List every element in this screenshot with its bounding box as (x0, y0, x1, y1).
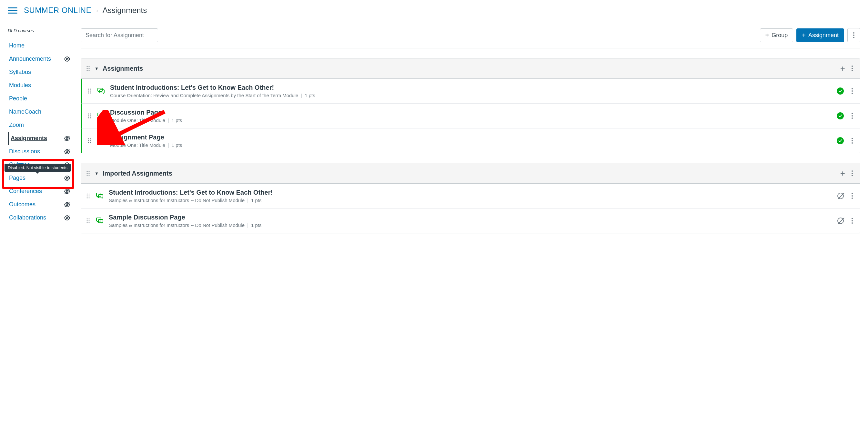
sidebar-item-link[interactable]: Assignments (11, 135, 47, 142)
sidebar-item-people[interactable]: People (8, 92, 78, 105)
item-meta: Module One: Title Module|1 pts (110, 142, 832, 148)
assignment-item[interactable]: Student Introductions: Let's Get to Know… (81, 79, 860, 103)
tooltip-disabled: Disabled. Not visible to students (4, 164, 71, 172)
sidebar-heading: DLD courses (8, 28, 78, 33)
publish-toggle[interactable] (837, 112, 844, 119)
item-module: Samples & Instructions for Instructors -… (109, 222, 245, 228)
publish-toggle[interactable] (837, 137, 844, 144)
hidden-icon (64, 56, 70, 62)
sidebar-item-link[interactable]: Collaborations (9, 214, 46, 221)
sidebar-item-modules[interactable]: Modules (8, 79, 78, 92)
assignment-item[interactable]: Discussion PageModule One: Title Module|… (81, 103, 860, 128)
drag-handle-icon[interactable] (86, 170, 91, 177)
toolbar-options-button[interactable] (847, 28, 860, 42)
item-meta: Samples & Instructions for Instructors -… (109, 197, 832, 203)
item-body: Student Introductions: Let's Get to Know… (110, 84, 832, 98)
item-options-button[interactable] (849, 86, 856, 96)
item-options-button[interactable] (849, 191, 856, 201)
item-options-button[interactable] (849, 216, 856, 225)
drag-handle-icon[interactable] (87, 113, 92, 119)
discussion-icon (96, 217, 103, 225)
group-title: Assignments (103, 65, 143, 72)
sidebar-item-discussions[interactable]: Discussions (8, 145, 78, 158)
search-input[interactable] (81, 28, 158, 42)
item-meta: Module One: Title Module|1 pts (110, 118, 832, 123)
drag-handle-icon[interactable] (87, 137, 92, 144)
item-module: Module One: Title Module (110, 118, 165, 123)
assignment-group: ▼Imported Assignments+Student Introducti… (81, 163, 860, 233)
drag-handle-icon[interactable] (87, 88, 92, 94)
hidden-icon (64, 135, 70, 142)
group-header[interactable]: ▼Imported Assignments+ (81, 163, 860, 184)
sidebar-item-zoom[interactable]: Zoom (8, 119, 78, 132)
sidebar-item-link[interactable]: Discussions (9, 148, 40, 155)
sidebar-item-pages[interactable]: Pages (8, 172, 78, 185)
item-points: 1 pts (305, 93, 315, 98)
add-group-button[interactable]: + Group (760, 28, 794, 42)
publish-toggle[interactable] (837, 218, 844, 224)
published-icon[interactable] (837, 112, 844, 119)
item-title[interactable]: Student Introductions: Let's Get to Know… (110, 84, 832, 91)
item-meta: Course Orientation: Review and Complete … (110, 93, 832, 98)
item-points: 1 pts (251, 222, 262, 228)
sidebar-item-link[interactable]: Conferences (9, 188, 42, 195)
group-header[interactable]: ▼Assignments+ (81, 58, 860, 79)
unpublished-icon[interactable] (837, 193, 844, 199)
assignment-item[interactable]: Student Introductions: Let's Get to Know… (81, 184, 860, 209)
caret-down-icon[interactable]: ▼ (95, 171, 99, 176)
item-title[interactable]: Assignment Page (110, 134, 832, 141)
assignment-item[interactable]: Sample Discussion PageSamples & Instruct… (81, 209, 860, 233)
sidebar-item-link[interactable]: Pages (9, 175, 26, 181)
sidebar-item-conferences[interactable]: Conferences (8, 185, 78, 198)
sidebar-item-link[interactable]: Home (9, 42, 25, 49)
hamburger-menu-button[interactable] (8, 7, 18, 13)
publish-toggle[interactable] (837, 88, 844, 95)
group-options-button[interactable] (849, 169, 856, 178)
sidebar-item-link[interactable]: Outcomes (9, 201, 35, 208)
sidebar-item-outcomes[interactable]: Outcomes (8, 198, 78, 211)
group-title: Imported Assignments (103, 170, 172, 177)
assignment-item[interactable]: Assignment PageModule One: Title Module|… (81, 128, 860, 153)
published-icon[interactable] (837, 88, 844, 95)
hidden-icon (64, 215, 70, 221)
sidebar-item-link[interactable]: NameCoach (9, 109, 41, 115)
sidebar-item-link[interactable]: Zoom (9, 122, 24, 128)
add-item-button[interactable]: + (840, 64, 845, 72)
unpublished-icon[interactable] (837, 218, 844, 224)
add-item-button[interactable]: + (840, 169, 845, 178)
hidden-icon (64, 149, 70, 155)
item-title[interactable]: Discussion Page (110, 109, 832, 116)
drag-handle-icon[interactable] (86, 193, 91, 199)
publish-toggle[interactable] (837, 193, 844, 199)
item-title[interactable]: Sample Discussion Page (109, 214, 832, 221)
drag-handle-icon[interactable] (86, 65, 91, 72)
plus-icon: + (765, 32, 769, 38)
sidebar-item-link[interactable]: Syllabus (9, 69, 31, 75)
sidebar-item-link[interactable]: People (9, 95, 27, 102)
add-group-label: Group (772, 32, 788, 39)
item-options-button[interactable] (849, 136, 856, 146)
sidebar-item-link[interactable]: Modules (9, 82, 31, 89)
hidden-icon (64, 202, 70, 208)
breadcrumb-course-link[interactable]: SUMMER ONLINE (24, 6, 91, 15)
sidebar-item-link[interactable]: Announcements (9, 56, 51, 62)
item-title[interactable]: Student Introductions: Let's Get to Know… (109, 189, 832, 196)
caret-down-icon[interactable]: ▼ (95, 66, 99, 71)
kebab-icon (850, 30, 857, 40)
plus-icon: + (802, 32, 806, 38)
add-assignment-button[interactable]: + Assignment (796, 28, 844, 42)
item-body: Assignment PageModule One: Title Module|… (110, 134, 832, 148)
sidebar-item-home[interactable]: Home (8, 39, 78, 52)
sidebar-item-announcements[interactable]: Announcements (8, 52, 78, 65)
sidebar-item-namecoach[interactable]: NameCoach (8, 105, 78, 119)
sidebar-item-syllabus[interactable]: Syllabus (8, 65, 78, 79)
group-options-button[interactable] (849, 64, 856, 73)
sidebar-item-assignments[interactable]: Assignments (8, 132, 78, 145)
assignment-icon (97, 137, 105, 145)
published-icon[interactable] (837, 137, 844, 144)
item-options-button[interactable] (849, 111, 856, 121)
drag-handle-icon[interactable] (86, 218, 91, 224)
course-nav-sidebar: DLD courses HomeAnnouncementsSyllabusMod… (0, 21, 81, 246)
sidebar-item-collaborations[interactable]: Collaborations (8, 211, 78, 224)
item-module: Course Orientation: Review and Complete … (110, 93, 298, 98)
